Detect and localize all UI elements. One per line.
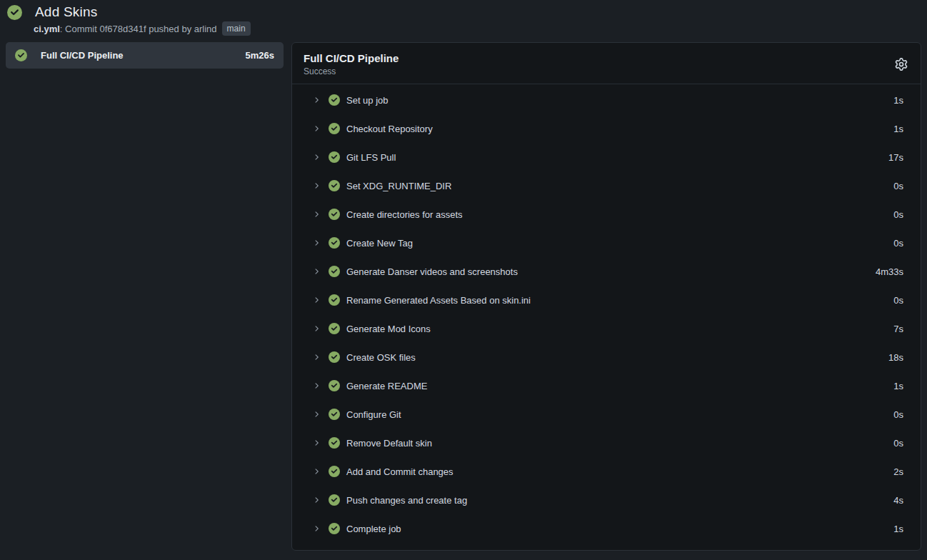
- step-status-success-icon: [329, 123, 340, 134]
- step-duration: 18s: [888, 352, 903, 363]
- step-duration: 0s: [893, 409, 903, 420]
- chevron-right-icon[interactable]: [312, 153, 321, 161]
- step-name: Generate Mod Icons: [346, 324, 431, 334]
- actions-run-view: Full CI/CD Pipeline 5m26s Full CI/CD Pip…: [0, 39, 927, 551]
- step-name: Add and Commit changes: [346, 466, 454, 477]
- step-name: Git LFS Pull: [346, 152, 396, 163]
- step-status-success-icon: [329, 409, 340, 420]
- step-duration: 4m33s: [876, 266, 903, 277]
- step-status-success-icon: [329, 323, 340, 334]
- step-name: Create OSK files: [346, 352, 416, 363]
- step-status-success-icon: [329, 180, 340, 191]
- job-status-success-icon: [15, 49, 27, 61]
- run-subtitle: ci.yml: Commit 0f678d341f pushed by arli…: [34, 21, 920, 36]
- step-duration: 17s: [888, 152, 903, 163]
- step-status-success-icon: [329, 380, 340, 391]
- step-name: Set up job: [346, 95, 389, 106]
- job-name: Full CI/CD Pipeline: [41, 50, 124, 61]
- step-name: Configure Git: [346, 409, 401, 420]
- step-name: Complete job: [346, 524, 401, 534]
- run-title: Add Skins: [35, 4, 97, 20]
- step-row[interactable]: Checkout Repository 1s: [292, 114, 921, 143]
- step-status-success-icon: [329, 466, 340, 477]
- step-row[interactable]: Add and Commit changes 2s: [292, 457, 921, 486]
- chevron-right-icon[interactable]: [312, 524, 321, 533]
- job-status-text: Success: [304, 66, 399, 76]
- step-duration: 0s: [893, 238, 903, 249]
- chevron-right-icon[interactable]: [312, 467, 321, 476]
- step-name: Remove Default skin: [346, 438, 432, 449]
- chevron-right-icon[interactable]: [312, 210, 321, 219]
- chevron-right-icon[interactable]: [312, 353, 321, 361]
- run-status-success-icon: [7, 5, 22, 20]
- workflow-file-name: ci.yml: [34, 24, 60, 34]
- step-name: Create directories for assets: [346, 209, 463, 220]
- step-status-success-icon: [329, 237, 340, 249]
- job-detail-header: Full CI/CD Pipeline Success: [292, 43, 921, 84]
- job-options-button[interactable]: [893, 56, 909, 72]
- step-row[interactable]: Configure Git 0s: [292, 400, 921, 429]
- commit-text: : Commit 0f678d341f pushed by arlind: [60, 24, 217, 34]
- step-status-success-icon: [329, 351, 340, 363]
- step-duration: 0s: [893, 209, 903, 220]
- step-row[interactable]: Generate README 1s: [292, 371, 921, 400]
- job-item-full-ci-cd-pipeline[interactable]: Full CI/CD Pipeline 5m26s: [6, 42, 284, 69]
- step-row[interactable]: Set up job 1s: [292, 86, 921, 114]
- gear-icon: [895, 62, 908, 73]
- chevron-right-icon[interactable]: [312, 267, 321, 276]
- step-row[interactable]: Generate Danser videos and screenshots 4…: [292, 257, 921, 286]
- step-duration: 1s: [893, 95, 903, 106]
- step-row[interactable]: Create New Tag 0s: [292, 229, 921, 257]
- step-duration: 7s: [893, 324, 903, 334]
- chevron-right-icon[interactable]: [312, 381, 321, 390]
- step-duration: 0s: [893, 438, 903, 449]
- step-duration: 1s: [893, 124, 903, 134]
- job-detail-title: Full CI/CD Pipeline: [304, 52, 399, 64]
- step-duration: 2s: [893, 466, 903, 477]
- chevron-right-icon[interactable]: [312, 324, 321, 333]
- step-row[interactable]: Git LFS Pull 17s: [292, 143, 921, 171]
- branch-badge[interactable]: main: [222, 21, 251, 36]
- step-status-success-icon: [329, 266, 340, 277]
- step-duration: 0s: [893, 295, 903, 306]
- chevron-right-icon[interactable]: [312, 239, 321, 247]
- step-name: Generate README: [346, 381, 427, 391]
- step-name: Set XDG_RUNTIME_DIR: [346, 181, 451, 191]
- step-row[interactable]: Set XDG_RUNTIME_DIR 0s: [292, 171, 921, 200]
- step-name: Generate Danser videos and screenshots: [346, 266, 518, 277]
- step-row[interactable]: Rename Generated Assets Based on skin.in…: [292, 286, 921, 314]
- step-row[interactable]: Remove Default skin 0s: [292, 429, 921, 457]
- job-duration: 5m26s: [246, 50, 274, 61]
- step-duration: 0s: [893, 181, 903, 191]
- step-row[interactable]: Create directories for assets 0s: [292, 200, 921, 229]
- step-status-success-icon: [329, 94, 340, 106]
- chevron-right-icon[interactable]: [312, 410, 321, 419]
- job-detail-panel: Full CI/CD Pipeline Success Set up job 1…: [291, 42, 921, 551]
- step-row[interactable]: Push changes and create tag 4s: [292, 486, 921, 514]
- step-name: Rename Generated Assets Based on skin.in…: [346, 295, 531, 306]
- step-name: Create New Tag: [346, 238, 413, 249]
- chevron-right-icon[interactable]: [312, 496, 321, 504]
- chevron-right-icon[interactable]: [312, 96, 321, 104]
- chevron-right-icon[interactable]: [312, 124, 321, 133]
- step-status-success-icon: [329, 523, 340, 534]
- step-duration: 4s: [893, 495, 903, 506]
- step-row[interactable]: Generate Mod Icons 7s: [292, 314, 921, 343]
- jobs-sidebar: Full CI/CD Pipeline 5m26s: [6, 42, 284, 69]
- step-row[interactable]: Create OSK files 18s: [292, 343, 921, 371]
- step-row[interactable]: Complete job 1s: [292, 514, 921, 543]
- step-name: Push changes and create tag: [346, 495, 467, 506]
- chevron-right-icon[interactable]: [312, 296, 321, 304]
- chevron-right-icon[interactable]: [312, 439, 321, 447]
- step-status-success-icon: [329, 151, 340, 163]
- step-status-success-icon: [329, 209, 340, 220]
- run-header: Add Skins ci.yml: Commit 0f678d341f push…: [0, 0, 927, 39]
- steps-list: Set up job 1s Checkout Repository 1s Git…: [292, 84, 921, 547]
- step-status-success-icon: [329, 437, 340, 449]
- step-status-success-icon: [329, 294, 340, 306]
- step-duration: 1s: [893, 524, 903, 534]
- chevron-right-icon[interactable]: [312, 181, 321, 190]
- step-status-success-icon: [329, 494, 340, 506]
- step-duration: 1s: [893, 381, 903, 391]
- step-name: Checkout Repository: [346, 124, 433, 134]
